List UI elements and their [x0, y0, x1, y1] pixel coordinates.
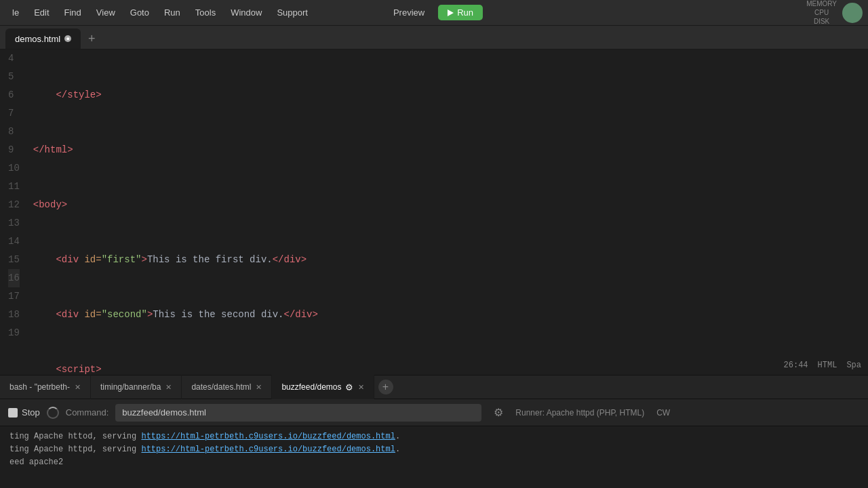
- code-line-9: <script>: [33, 361, 863, 375]
- play-icon: [448, 9, 454, 16]
- line-num-9: 9: [8, 141, 20, 159]
- terminal-line-1: ting Apache httod, serving https://html-…: [9, 430, 859, 443]
- cursor-position: 26:44: [784, 357, 808, 375]
- line-num-11: 11: [8, 178, 20, 196]
- new-tab-button[interactable]: +: [83, 30, 100, 47]
- menu-bar: le Edit Find View Goto Run Tools Window …: [0, 0, 868, 26]
- loading-spinner: ⚙: [345, 382, 353, 392]
- run-label: Run: [457, 7, 473, 18]
- new-terminal-button[interactable]: +: [378, 380, 393, 394]
- menu-item-run[interactable]: Run: [157, 5, 187, 20]
- encoding-indicator: Spa: [846, 357, 861, 375]
- terminal-tab-buzzfeed-close[interactable]: ✕: [358, 383, 364, 392]
- code-line-8: <div id="second">This is the second div.…: [33, 306, 863, 324]
- menu-item-file[interactable]: le: [5, 5, 26, 20]
- terminal-link-2[interactable]: https://html-petrbeth.c9users.io/buzzfee…: [141, 445, 395, 454]
- line-numbers: 4 5 6 7 8 9 10 11 12 13 14 15 16 17 18 1…: [0, 49, 28, 375]
- terminal-tab-dates[interactable]: dates/dates.html ✕: [182, 375, 272, 399]
- terminal-tab-bash[interactable]: bash - "petrbeth- ✕: [0, 375, 91, 399]
- terminal-link-1[interactable]: https://html-petrbeth.c9users.io/buzzfee…: [141, 432, 395, 441]
- code-line-5: </html>: [33, 141, 863, 159]
- cwd-label: CW: [656, 408, 670, 418]
- code-line-6: <body>: [33, 196, 863, 214]
- line-num-5: 5: [8, 68, 20, 86]
- menu-item-support[interactable]: Support: [270, 5, 315, 20]
- line-num-16: 16: [8, 269, 20, 287]
- command-input[interactable]: [115, 404, 481, 422]
- terminal-output: ting Apache httod, serving https://html-…: [0, 426, 868, 474]
- code-editor: 4 5 6 7 8 9 10 11 12 13 14 15 16 17 18 1…: [0, 49, 868, 375]
- loading-indicator: [47, 407, 59, 419]
- avatar[interactable]: [842, 3, 863, 23]
- terminal-tab-timing[interactable]: timing/banner/ba ✕: [91, 375, 182, 399]
- terminal-line-3: eed apache2: [9, 456, 859, 469]
- menu-item-view[interactable]: View: [90, 5, 122, 20]
- line-num-10: 10: [8, 159, 20, 178]
- stop-label: Stop: [22, 407, 40, 418]
- terminal-tab-timing-close[interactable]: ✕: [165, 383, 172, 392]
- memory-display: MEMORY CPU DISK: [806, 0, 837, 26]
- terminal-tab-buzzfeed-label: buzzfeed/demos: [281, 382, 341, 392]
- line-num-8: 8: [8, 123, 20, 141]
- terminal-line-2: ting Apache httpd, serving https://html-…: [9, 443, 859, 456]
- terminal-tab-buzzfeed[interactable]: buzzfeed/demos ⚙ ✕: [272, 375, 374, 399]
- menu-item-find[interactable]: Find: [58, 5, 88, 20]
- terminal-tab-bar: bash - "petrbeth- ✕ timing/banner/ba ✕ d…: [0, 375, 868, 399]
- line-num-7: 7: [8, 104, 20, 123]
- line-num-18: 18: [8, 306, 20, 324]
- code-line-7: <div id="first">This is the first div.</…: [33, 251, 863, 269]
- line-num-19: 19: [8, 324, 20, 342]
- tab-demos-html[interactable]: demos.html ●: [5, 28, 81, 49]
- line-num-12: 12: [8, 196, 20, 214]
- runner-info: Runner: Apache httpd (PHP, HTML): [515, 408, 644, 418]
- center-controls: Preview Run: [385, 5, 483, 20]
- tab-label: demos.html: [15, 34, 60, 44]
- menu-item-window[interactable]: Window: [224, 5, 269, 20]
- editor-tab-bar: demos.html ● +: [0, 26, 868, 49]
- menu-item-tools[interactable]: Tools: [189, 5, 222, 20]
- terminal-tab-timing-label: timing/banner/ba: [100, 382, 161, 392]
- stop-icon: [8, 408, 18, 418]
- line-num-15: 15: [8, 251, 20, 269]
- line-num-6: 6: [8, 86, 20, 104]
- terminal-tab-dates-label: dates/dates.html: [191, 382, 251, 392]
- run-button[interactable]: Run: [438, 5, 483, 20]
- terminal-tab-bash-close[interactable]: ✕: [75, 383, 81, 392]
- line-num-14: 14: [8, 232, 20, 251]
- language-indicator: HTML: [818, 357, 837, 375]
- menu-item-edit[interactable]: Edit: [27, 5, 56, 20]
- code-line-4: </style>: [33, 86, 863, 104]
- preview-button[interactable]: Preview: [385, 5, 433, 20]
- status-bar: 26:44 HTML Spa: [784, 357, 861, 375]
- command-label: Command:: [66, 407, 109, 418]
- line-num-13: 13: [8, 214, 20, 232]
- terminal-tab-dates-close[interactable]: ✕: [256, 383, 262, 392]
- settings-icon[interactable]: ⚙: [494, 406, 503, 419]
- runner-bar: Stop Command: ⚙ Runner: Apache httpd (PH…: [0, 399, 868, 426]
- terminal-tab-bash-label: bash - "petrbeth-: [9, 382, 70, 392]
- right-area: MEMORY CPU DISK: [806, 0, 863, 26]
- stop-button[interactable]: Stop: [8, 407, 40, 418]
- tab-modified-dot[interactable]: ●: [64, 35, 71, 42]
- line-num-17: 17: [8, 287, 20, 306]
- line-num-4: 4: [8, 49, 20, 68]
- code-text[interactable]: </style> </html> <body> <div id="first">…: [28, 49, 868, 375]
- menu-item-goto[interactable]: Goto: [123, 5, 156, 20]
